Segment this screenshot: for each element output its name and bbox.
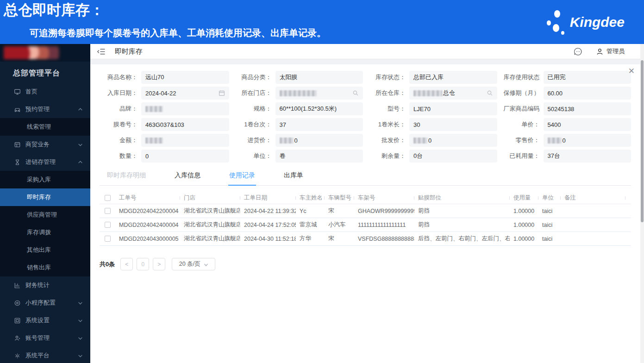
- field-value-box[interactable]: 0: [544, 134, 631, 147]
- table-cell: taici: [538, 208, 561, 214]
- sidebar-item-system-settings[interactable]: 系统设置: [0, 312, 90, 329]
- tab-inbound-info[interactable]: 入库信息: [174, 167, 201, 185]
- vertical-scrollbar[interactable]: [640, 44, 644, 363]
- field-value: 已用完: [548, 73, 566, 81]
- field-label: 批发价：: [368, 136, 409, 144]
- tab-outbound-orders[interactable]: 出库单: [283, 167, 304, 185]
- sidebar-item-realtime-stock[interactable]: 即时库存: [0, 188, 90, 206]
- field-value-box[interactable]: [141, 102, 229, 115]
- column-header: 车架号: [354, 194, 414, 202]
- sidebar-item-label: 系统平台: [25, 351, 50, 360]
- sidebar-item-account-mgmt[interactable]: 账号管理: [0, 329, 90, 347]
- form-field: 1卷台次：37: [234, 118, 363, 131]
- field-value-box[interactable]: 37: [275, 118, 363, 131]
- form-field: 所在仓库：总仓: [368, 87, 497, 100]
- field-value: 总部已入库: [413, 73, 444, 81]
- field-value-box[interactable]: 卷: [275, 150, 363, 163]
- next-page-button[interactable]: >: [153, 258, 165, 270]
- field-value-box[interactable]: LJE70: [409, 102, 497, 115]
- sidebar-item-supplier-mgmt[interactable]: 供应商管理: [0, 206, 90, 224]
- tab-stock-detail[interactable]: 即时库存明细: [106, 167, 147, 185]
- field-value-box[interactable]: 总仓: [409, 87, 497, 100]
- scrollbar-thumb[interactable]: [641, 60, 644, 222]
- field-value-box[interactable]: 463G037&103: [141, 118, 229, 131]
- field-value: 远山70: [145, 73, 164, 81]
- collapse-menu-icon[interactable]: [97, 48, 106, 55]
- table-row[interactable]: MDGD2024042400004湖北省武汉青山旗舰店2024-04-24 17…: [100, 218, 631, 232]
- field-value-box[interactable]: 60**100(1.52*30.5米): [275, 102, 363, 115]
- table-cell: 2024-04-24 17:52:05: [240, 222, 296, 228]
- tab-usage-records[interactable]: 使用记录: [228, 167, 256, 186]
- field-value-box[interactable]: 0: [275, 134, 363, 147]
- sidebar-item-stock-transfer[interactable]: 库存调拨: [0, 224, 90, 241]
- sidebar-item-home[interactable]: 首页: [0, 83, 90, 100]
- field-value-box[interactable]: 0: [409, 134, 497, 147]
- field-value-box[interactable]: 远山70: [141, 71, 229, 84]
- form-field: 进货价：0: [234, 134, 363, 147]
- field-value-box[interactable]: 已用完: [544, 71, 631, 84]
- table-cell: MDGD2024042400004: [115, 222, 180, 228]
- field-value-box[interactable]: 60.00: [544, 87, 631, 100]
- sidebar-item-leads-mgmt[interactable]: 线索管理: [0, 118, 90, 136]
- field-value: 463G037&103: [145, 121, 184, 128]
- chart-icon: [14, 282, 21, 289]
- field-value-box[interactable]: 2024-04-22: [141, 87, 229, 100]
- column-header: 工单日期: [240, 194, 296, 202]
- row-checkbox[interactable]: [105, 208, 111, 214]
- sidebar-item-trade-business[interactable]: 商贸业务: [0, 136, 90, 153]
- sidebar-item-purchase-inbound[interactable]: 采购入库: [0, 171, 90, 188]
- field-value-box[interactable]: 5400: [544, 118, 631, 131]
- close-icon[interactable]: ✕: [628, 67, 635, 75]
- row-checkbox[interactable]: [105, 236, 111, 242]
- form-field: 型号：LJE70: [368, 102, 497, 115]
- field-value-box[interactable]: 37台: [544, 150, 631, 163]
- field-value-box[interactable]: 0: [141, 150, 229, 163]
- field-value-box[interactable]: [275, 87, 363, 100]
- page-number[interactable]: 0: [137, 258, 149, 270]
- field-value-box[interactable]: 太阳膜: [275, 71, 363, 84]
- field-value-box[interactable]: [141, 134, 229, 147]
- sidebar-item-system-platform[interactable]: 系统平台: [0, 347, 90, 363]
- table-cell: 1.00000: [510, 222, 538, 228]
- form-field: 单价：5400: [502, 118, 631, 131]
- select-all-checkbox[interactable]: [105, 195, 111, 201]
- field-label: 单价：: [502, 120, 544, 129]
- sidebar-logo-area: [0, 44, 90, 62]
- row-checkbox[interactable]: [105, 222, 111, 228]
- sidebar-item-finance-stats[interactable]: 财务统计: [0, 276, 90, 294]
- field-value-box[interactable]: 50245138: [544, 102, 631, 115]
- prev-page-button[interactable]: <: [120, 258, 133, 270]
- field-value: 2024-04-22: [145, 90, 176, 97]
- field-label: 保修期（月）: [502, 89, 544, 97]
- field-label: 数量：: [100, 152, 141, 160]
- row-checkbox-cell: [100, 208, 115, 214]
- sidebar-item-label: 库存调拨: [27, 228, 51, 237]
- sidebar-item-miniapp-config[interactable]: 小程序配置: [0, 294, 90, 312]
- column-header: 备注: [561, 194, 625, 202]
- detail-panel: ✕ 商品名称：远山70商品分类：太阳膜库存状态：总部已入库库存使用状态已用完入库…: [90, 64, 640, 363]
- page-size-select[interactable]: 20 条/页: [172, 258, 215, 270]
- redacted-company-logo: [4, 46, 59, 59]
- field-value-box[interactable]: 总部已入库: [409, 71, 497, 84]
- table-cell: 宋: [325, 207, 354, 215]
- redacted-value: [280, 138, 294, 144]
- field-label: 1卷米长：: [368, 120, 409, 129]
- user-menu[interactable]: 管理员: [596, 47, 625, 56]
- table-cell: GHAOWR99999999999: [354, 208, 414, 214]
- column-header: 单位: [538, 194, 561, 202]
- sidebar-item-inventory-mgmt[interactable]: 进销存管理: [0, 153, 90, 171]
- field-label: 型号：: [368, 105, 409, 113]
- form-field: 入库日期：2024-04-22: [100, 87, 229, 100]
- field-value-box[interactable]: 0台: [409, 150, 497, 163]
- table-row[interactable]: MDGD2024042200004湖北省武汉青山旗舰店2024-04-22 11…: [100, 204, 631, 218]
- table-row[interactable]: MDGD2024043000005湖北省武汉青山旗舰店2024-04-30 11…: [100, 232, 631, 246]
- chevron-up-icon: [78, 107, 83, 112]
- chevron-down-icon: [78, 336, 83, 341]
- field-label: 规格：: [234, 105, 275, 113]
- form-field: 零售价：0: [502, 134, 631, 147]
- sidebar-item-booking-mgmt[interactable]: 预约管理: [0, 100, 90, 118]
- sidebar-item-other-outbound[interactable]: 其他出库: [0, 241, 90, 259]
- sidebar-item-sales-outbound[interactable]: 销售出库: [0, 259, 90, 276]
- message-icon[interactable]: [573, 47, 583, 56]
- field-value-box[interactable]: 30: [409, 118, 497, 131]
